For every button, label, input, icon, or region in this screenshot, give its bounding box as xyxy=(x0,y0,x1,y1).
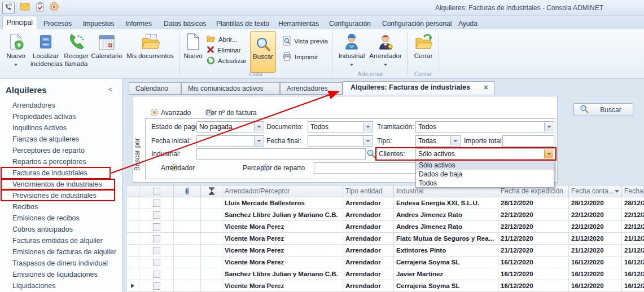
row-checkbox[interactable] xyxy=(139,233,174,244)
row-checkbox[interactable] xyxy=(139,197,174,209)
localizar-incidencias-button[interactable]: Localizar incidencias xyxy=(30,32,61,72)
sidebar-item-cobros-anticipados[interactable]: Cobros anticipados xyxy=(12,225,120,235)
sidebar-item-repartos[interactable]: Repartos a perceptores xyxy=(12,158,120,167)
chevron-down-icon[interactable] xyxy=(544,122,553,131)
table-row-selected[interactable]: Vicente Mora PerezArrendador Cerrajeria … xyxy=(127,280,644,292)
table-row[interactable]: Vicente Mora PerezArrendador Fiatc Mutua… xyxy=(127,233,644,245)
industrial-search-icon[interactable] xyxy=(366,149,376,161)
broadcast-icon xyxy=(49,2,59,14)
tab-facturas-industriales-active[interactable]: Alquileres: Facturas de industriales × xyxy=(343,81,494,95)
table-row[interactable]: Vicente Mora PerezArrendador Andres Jime… xyxy=(127,221,644,233)
avanzado-radio[interactable] xyxy=(151,109,158,116)
sidebar-item-liquidaciones[interactable]: Liquidaciones xyxy=(12,282,120,291)
fecha-inicial-combo[interactable] xyxy=(196,135,264,147)
sidebar-item-emisiones-liquidaciones[interactable]: Emisiones de liquidaciones xyxy=(12,271,120,280)
documento-combo[interactable]: Todos xyxy=(308,121,373,132)
row-checkbox[interactable] xyxy=(139,221,174,232)
fecha-final-combo[interactable] xyxy=(308,135,373,147)
tipo-combo[interactable]: Todas xyxy=(415,135,461,147)
table-row[interactable]: Lluis Mercade BallesterosArrendador Ende… xyxy=(127,197,644,209)
table-row[interactable]: Vicente Mora PerezArrendador Cerrajeria … xyxy=(127,256,644,268)
chevron-down-icon[interactable] xyxy=(450,136,459,145)
industrial-button[interactable]: Industrial xyxy=(336,32,367,72)
sidebar-item-fianzas[interactable]: Fianzas de alquileres xyxy=(12,135,120,145)
menu-tab-impuestos[interactable]: Impuestos xyxy=(83,18,114,29)
importe-total-input[interactable] xyxy=(502,135,554,147)
estado-de-pago-combo[interactable]: No pagada xyxy=(196,121,264,132)
sidebar-item-facturas-emitidas[interactable]: Facturas emitidas de alquiler xyxy=(12,237,120,246)
column-filter-icon[interactable] xyxy=(615,190,619,193)
eliminar-button[interactable]: Eliminar xyxy=(207,45,241,55)
sidebar-item-perceptores[interactable]: Perceptores de reparto xyxy=(12,147,120,156)
menu-tab-configuracion-personal[interactable]: Configuración personal xyxy=(382,18,452,29)
abrir-button[interactable]: Abrir... xyxy=(207,34,237,45)
arrendador-button[interactable]: Arrendador xyxy=(368,32,403,72)
chevron-down-icon[interactable] xyxy=(363,122,372,131)
menu-tab-informes[interactable]: Informes xyxy=(125,18,152,29)
sidebar-item-vencimientos-industriales[interactable]: Vencimientos de industriales xyxy=(12,180,120,190)
sidebar-item-propiedades-activas[interactable]: Propiedades activas xyxy=(12,113,120,122)
select-all-checkbox[interactable] xyxy=(139,185,174,197)
hourglass-icon[interactable] xyxy=(201,185,222,197)
chevron-down-icon[interactable] xyxy=(363,136,372,145)
buscar-ribbon-button[interactable]: Buscar xyxy=(250,31,276,73)
mis-documentos-button[interactable]: Mis documentos xyxy=(125,32,175,72)
chevron-down-icon[interactable] xyxy=(254,136,263,145)
table-row[interactable]: Vicente Mora PerezArrendador Extintores … xyxy=(127,245,644,256)
menu-tab-herramientas[interactable]: Herramientas xyxy=(278,18,319,29)
table-row[interactable]: Sanchez Llibre Julian y Mariano C.B.Arre… xyxy=(127,268,644,280)
menu-tab-datos-basicos[interactable]: Datos básicos xyxy=(164,18,206,29)
nuevo-main-button[interactable]: Nuevo xyxy=(1,32,30,72)
col-arrendador-perceptor[interactable]: Arrendador/Perceptor xyxy=(222,185,343,197)
sidebar-item-inquilinos-activos[interactable]: Inquilinos Activos xyxy=(12,124,120,134)
tab-close-icon[interactable]: × xyxy=(484,83,488,92)
sidebar-item-previsiones-industriales[interactable]: Previsiones de industriales xyxy=(12,192,120,201)
buscar-button[interactable]: Buscar xyxy=(573,103,633,116)
col-tipo-entidad[interactable]: Tipo entidad xyxy=(343,185,394,197)
arrendador-radio-label: Arrendador xyxy=(161,164,195,172)
tab-mis-comunicados[interactable]: Mis comunicados activos xyxy=(181,82,280,95)
nuevo-lista-button[interactable]: Nuevo xyxy=(182,32,204,72)
sidebar-item-traspasos[interactable]: Traspasos de dinero individual xyxy=(12,259,120,269)
table-row[interactable]: Sanchez Llibre Julian y Mariano C.B.Arre… xyxy=(127,209,644,221)
clientes-option-dados-de-baja[interactable]: Dados de baja xyxy=(416,170,554,179)
paperclip-icon[interactable] xyxy=(174,185,201,197)
sidebar-item-facturas-industriales[interactable]: Facturas de industriales xyxy=(12,169,120,179)
row-checkbox[interactable] xyxy=(139,209,174,220)
chevron-down-icon[interactable] xyxy=(254,122,263,131)
row-checkbox[interactable] xyxy=(139,245,174,256)
col-fecha-c[interactable]: Fecha c xyxy=(622,185,644,197)
recoger-llamada-button[interactable]: Recoger llamada xyxy=(61,32,91,72)
tab-calendario[interactable]: Calendario xyxy=(129,82,181,95)
tab-arrendadores[interactable]: Arrendadores xyxy=(280,82,343,95)
actualizar-button[interactable]: Actualizar xyxy=(207,56,247,66)
mail-button[interactable] xyxy=(20,3,30,13)
industrial-input[interactable] xyxy=(196,148,366,160)
col-fecha-contable[interactable]: Fecha conta... xyxy=(569,185,622,197)
row-checkbox[interactable] xyxy=(139,280,174,291)
menu-tab-configuracion[interactable]: Configuración xyxy=(329,18,371,29)
vista-previa-button[interactable]: Vista previa xyxy=(282,36,328,46)
sidebar-item-arrendadores[interactable]: Arrendadores xyxy=(12,101,120,111)
row-checkbox[interactable] xyxy=(139,256,174,268)
clientes-combo[interactable]: Sólo activos xyxy=(415,148,554,160)
tramitacion-combo[interactable]: Todos xyxy=(415,121,554,132)
clientes-option-todos[interactable]: Todos xyxy=(416,179,554,188)
calendario-button[interactable]: Calendario xyxy=(90,32,123,72)
sidebar-item-emisiones-facturas[interactable]: Emisiones de facturas de alquiler xyxy=(12,248,120,258)
menu-tab-plantillas[interactable]: Plantillas de texto xyxy=(216,18,269,29)
row-checkbox[interactable] xyxy=(139,268,174,280)
sidebar-item-recibos[interactable]: Recibos xyxy=(12,203,120,213)
phone-quick-button[interactable] xyxy=(2,2,15,14)
cerrar-button[interactable]: Cerrar xyxy=(410,32,437,72)
tasks-button[interactable] xyxy=(35,3,45,13)
clientes-option-solo-activos[interactable]: Sólo activos xyxy=(416,161,554,170)
sidebar-collapse-icon[interactable]: < xyxy=(108,86,112,94)
chevron-down-icon[interactable] xyxy=(544,149,553,158)
sidebar-item-emisiones-recibos[interactable]: Emisiones de recibos xyxy=(12,214,120,224)
menu-tab-procesos[interactable]: Procesos xyxy=(43,18,72,29)
imprimir-button[interactable]: Imprimir xyxy=(282,52,318,62)
menu-tab-principal[interactable]: Principal xyxy=(2,16,37,29)
menu-tab-ayuda[interactable]: Ayuda xyxy=(458,18,477,29)
broadcast-button[interactable] xyxy=(49,3,59,13)
